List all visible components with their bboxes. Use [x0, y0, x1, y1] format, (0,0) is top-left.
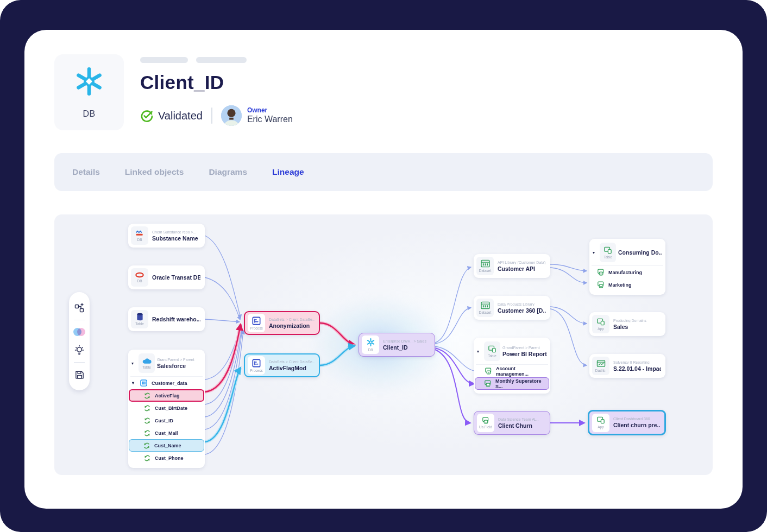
- node-title: Customer API: [498, 265, 545, 272]
- tree-powerbi-report[interactable]: ▾ Table GrandParent > Parent Power BI Re…: [474, 338, 550, 394]
- breadcrumb: Data Products Library: [498, 302, 546, 306]
- sync-link-icon: [143, 417, 152, 425]
- breadcrumb: Solvency II Reporting: [613, 360, 661, 364]
- app-windows-icon: [488, 345, 496, 353]
- page-title: Client_ID: [140, 72, 293, 93]
- tree-item-marketing[interactable]: Marketing: [592, 278, 663, 291]
- node-client-id[interactable]: DB Enterprise DWH.. > Sales Client_ID: [359, 333, 435, 357]
- save-icon[interactable]: [73, 369, 85, 381]
- report-icon: [597, 281, 605, 288]
- lineage-canvas[interactable]: DB Chem Substance repo >... Substance Na…: [54, 214, 713, 475]
- sync-link-icon: [143, 442, 151, 449]
- redshift-icon: [136, 313, 143, 321]
- tree-item-manufacturing[interactable]: Manufacturing: [592, 266, 663, 278]
- tab-bar: Details Linked objects Diagrams Lineage: [54, 153, 713, 191]
- toolbar-divider: [74, 320, 85, 321]
- tab-lineage[interactable]: Lineage: [272, 167, 304, 177]
- node-solvency-impact[interactable]: Dashb. Solvency II Reporting S.22.01.04 …: [589, 354, 665, 378]
- sync-link-icon: [143, 392, 152, 400]
- table-columns-icon: [140, 379, 148, 387]
- app-windows-icon: [596, 416, 605, 424]
- node-activflagmod[interactable]: Process DataSets > Client DataSe.. Activ…: [244, 353, 320, 377]
- node-title: S.22.01.04 - Impact: [613, 365, 661, 372]
- node-title: Client Churn: [498, 422, 539, 429]
- app-frame: DB Client_ID Validated: [0, 0, 767, 532]
- placeholder-pill: [140, 57, 188, 63]
- tree-item-cust-phone[interactable]: Cust_Phone: [130, 452, 203, 464]
- lightbulb-icon[interactable]: [73, 344, 85, 356]
- compare-venn-icon[interactable]: [73, 326, 85, 338]
- node-title: Anonymization: [269, 322, 315, 329]
- node-client-churn[interactable]: Us.Field Data Science Team AL.. Client C…: [474, 411, 550, 435]
- tree-item-customer-data[interactable]: ▾ Customer_data: [130, 377, 203, 389]
- chevron-down-icon[interactable]: ▾: [477, 349, 482, 354]
- entity-type-label: DB: [83, 109, 95, 119]
- node-sales[interactable]: App Producing Domains Sales: [589, 312, 665, 336]
- graph-toolbar: [69, 292, 90, 390]
- snowflake-icon: [73, 66, 105, 97]
- sync-link-icon: [143, 454, 152, 462]
- report-icon: [485, 368, 493, 375]
- node-anonymization[interactable]: Process DataSets > Client DataSe.. Anony…: [244, 311, 320, 335]
- breadcrumb: GrandParent > Parent: [502, 346, 547, 350]
- sync-link-icon: [143, 429, 152, 437]
- node-customer-360[interactable]: Dataset Data Products Library Customer 3…: [474, 296, 550, 320]
- tree-item-cust-name[interactable]: Cust_Name: [129, 439, 204, 452]
- report-icon: [482, 417, 490, 424]
- check-circle-icon: [140, 109, 153, 122]
- node-title: Client_ID: [383, 344, 426, 351]
- node-title: Salesforce: [157, 363, 194, 369]
- node-customer-api[interactable]: Dataset API Library (Customer Data) Cust…: [474, 254, 550, 278]
- divider: [211, 107, 212, 124]
- chevron-down-icon[interactable]: ▾: [131, 361, 136, 366]
- snowflake-icon: [366, 338, 375, 347]
- tree-item-monthly-superstore[interactable]: Monthly Superstore S...: [475, 377, 549, 390]
- node-title: Substance Name: [152, 235, 198, 242]
- breadcrumb: GrandParent > Parent: [157, 358, 194, 362]
- node-redshift-warehouse[interactable]: Table Redshift wareho...: [128, 307, 205, 331]
- node-title: Sales: [613, 324, 646, 330]
- node-oracle-transat-db[interactable]: DB Oracle Transat DB: [128, 265, 205, 289]
- tree-salesforce[interactable]: ▾ Table GrandParent > Parent Salesforce …: [128, 350, 205, 468]
- app-windows-icon: [603, 246, 612, 254]
- owner-label: Owner: [247, 107, 293, 115]
- breadcrumb: Client Dashboard 360: [613, 417, 660, 421]
- dataset-icon: [481, 301, 490, 309]
- tree-item-cust-birtdate[interactable]: Cust_BirtDate: [130, 402, 203, 414]
- tree-item-cust-id[interactable]: Cust_ID: [130, 414, 203, 427]
- node-title: Client churn pre...: [613, 422, 660, 428]
- breadcrumb: Data Science Team AL..: [498, 417, 539, 421]
- tab-details[interactable]: Details: [72, 167, 100, 177]
- breadcrumb: Chem Substance repo >...: [152, 230, 198, 234]
- toolbar-divider: [74, 362, 85, 363]
- tab-linked-objects[interactable]: Linked objects: [125, 167, 184, 177]
- dashboard-icon: [596, 359, 606, 368]
- chevron-down-icon[interactable]: ▾: [593, 250, 598, 255]
- node-substance-name[interactable]: DB Chem Substance repo >... Substance Na…: [128, 224, 205, 248]
- node-client-churn-prediction[interactable]: App Client Dashboard 360 Client churn pr…: [588, 410, 666, 435]
- report-icon: [597, 269, 605, 276]
- sync-link-icon: [143, 404, 152, 412]
- breadcrumb: DataSets > Client DataSe..: [269, 318, 315, 321]
- breadcrumb: Enterprise DWH.. > Sales: [383, 339, 426, 343]
- status-badge: Validated: [140, 109, 203, 122]
- chem-repo-logo-icon: [135, 230, 144, 237]
- salesforce-cloud-icon: [142, 358, 152, 364]
- tab-diagrams[interactable]: Diagrams: [209, 167, 247, 177]
- chevron-down-icon[interactable]: ▾: [132, 381, 137, 385]
- node-title: Customer 360 [D...: [498, 307, 546, 314]
- add-node-icon[interactable]: [73, 302, 85, 314]
- tree-item-activeflag[interactable]: ActiveFlag: [129, 389, 204, 402]
- breadcrumb: Producing Domains: [613, 319, 646, 322]
- breadcrumb: DataSets > Client DataSe..: [269, 360, 315, 364]
- process-icon: [252, 316, 261, 325]
- tree-item-account-management[interactable]: Account managemen...: [476, 365, 548, 377]
- entity-type-tile: DB: [54, 54, 124, 130]
- owner-avatar[interactable]: [221, 105, 242, 126]
- node-title: Power BI Report...: [502, 351, 547, 357]
- breadcrumb: API Library (Customer Data): [498, 261, 545, 264]
- tree-item-cust-mail[interactable]: Cust_Mail: [130, 427, 203, 439]
- tree-consuming-domains[interactable]: ▾ Table Consuming Do... Manufacturing: [589, 239, 665, 295]
- content-card: DB Client_ID Validated: [24, 30, 743, 509]
- placeholder-pill: [196, 57, 247, 63]
